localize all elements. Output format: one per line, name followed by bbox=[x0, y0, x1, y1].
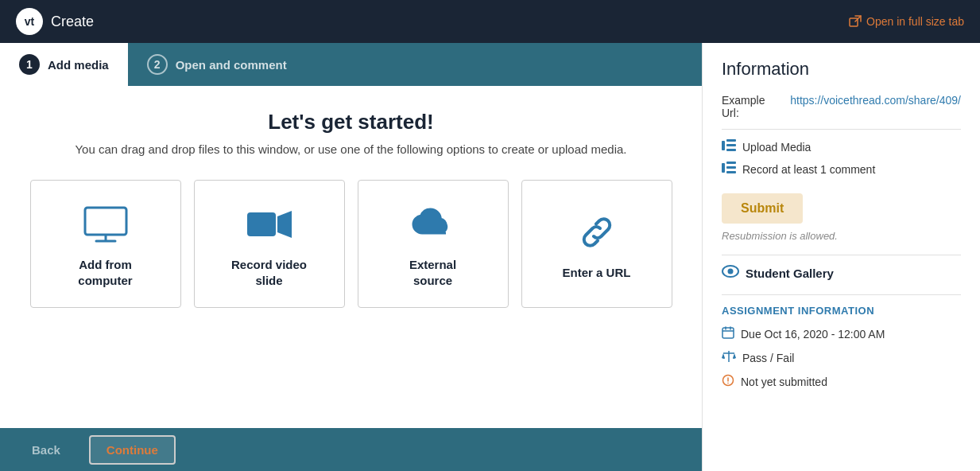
step-tabs: 1 Add media 2 Open and comment bbox=[0, 43, 702, 86]
resubmit-note: Resubmission is allowed. bbox=[722, 230, 961, 242]
step-number-2: 2 bbox=[147, 54, 168, 75]
open-full-size-tab-link[interactable]: Open in full size tab bbox=[849, 15, 964, 28]
divider-3 bbox=[722, 294, 961, 295]
submit-status-text: Not yet submitted bbox=[741, 376, 827, 388]
record-video-label: Record videoslide bbox=[231, 257, 307, 288]
back-button[interactable]: Back bbox=[19, 437, 73, 463]
upload-options: Add fromcomputer Record videoslide bbox=[30, 180, 672, 308]
bottom-bar: Back Continue bbox=[0, 428, 702, 471]
checklist-label-comment: Record at least 1 comment bbox=[742, 163, 875, 176]
checklist-icon-1 bbox=[722, 139, 736, 155]
svg-point-15 bbox=[728, 269, 734, 274]
scale-icon bbox=[722, 350, 736, 366]
logo-area: vt Create bbox=[16, 8, 94, 35]
vt-logo: vt bbox=[16, 8, 43, 35]
calendar-icon bbox=[722, 326, 734, 342]
example-url-link[interactable]: https://voicethread.com/share/409/ bbox=[790, 94, 961, 107]
enter-url-card[interactable]: Enter a URL bbox=[521, 180, 672, 308]
link-icon bbox=[573, 212, 621, 252]
eye-icon bbox=[722, 265, 739, 282]
svg-rect-11 bbox=[726, 162, 736, 164]
assignment-submit-status: Not yet submitted bbox=[722, 374, 961, 390]
add-from-computer-label: Add fromcomputer bbox=[78, 257, 132, 288]
example-url-label: Example Url: bbox=[722, 94, 784, 119]
add-from-computer-card[interactable]: Add fromcomputer bbox=[30, 180, 181, 308]
svg-rect-10 bbox=[722, 163, 725, 173]
due-date-text: Due Oct 16, 2020 - 12:00 AM bbox=[741, 328, 885, 341]
divider-2 bbox=[722, 255, 961, 255]
video-camera-icon bbox=[246, 204, 293, 244]
cloud-icon bbox=[409, 204, 457, 244]
right-sidebar: Information Example Url: https://voiceth… bbox=[702, 43, 980, 471]
content-area: Let's get started! You can drag and drop… bbox=[0, 86, 702, 428]
tab-open-comment[interactable]: 2 Open and comment bbox=[128, 43, 306, 86]
checklist-item-upload: Upload Media bbox=[722, 139, 961, 155]
external-source-label: Externalsource bbox=[409, 257, 456, 288]
step-number-1: 1 bbox=[19, 54, 40, 75]
tab-add-media[interactable]: 1 Add media bbox=[0, 43, 128, 86]
status-icon bbox=[722, 374, 734, 390]
open-full-label: Open in full size tab bbox=[866, 15, 964, 28]
continue-button[interactable]: Continue bbox=[89, 435, 176, 465]
svg-rect-7 bbox=[726, 139, 736, 142]
external-source-card[interactable]: Externalsource bbox=[358, 180, 509, 308]
assignment-grade-type: Pass / Fail bbox=[722, 350, 961, 366]
svg-rect-4 bbox=[247, 212, 276, 236]
info-title: Information bbox=[722, 59, 961, 80]
svg-marker-5 bbox=[277, 211, 292, 238]
checklist-label-upload: Upload Media bbox=[742, 141, 811, 154]
svg-rect-12 bbox=[726, 166, 736, 169]
svg-rect-1 bbox=[85, 208, 126, 235]
step-label-open-comment: Open and comment bbox=[176, 58, 287, 72]
assignment-due-date: Due Oct 16, 2020 - 12:00 AM bbox=[722, 326, 961, 342]
checklist-item-comment: Record at least 1 comment bbox=[722, 162, 961, 177]
svg-rect-13 bbox=[726, 171, 736, 173]
svg-rect-6 bbox=[722, 141, 725, 150]
main-layout: 1 Add media 2 Open and comment Let's get… bbox=[0, 43, 980, 471]
page-title: Let's get started! bbox=[268, 110, 433, 134]
svg-point-24 bbox=[727, 383, 729, 384]
example-url-row: Example Url: https://voicethread.com/sha… bbox=[722, 94, 961, 119]
divider-1 bbox=[722, 129, 961, 130]
external-link-icon bbox=[849, 15, 862, 28]
left-panel: 1 Add media 2 Open and comment Let's get… bbox=[0, 43, 702, 471]
student-gallery-row: Student Gallery bbox=[722, 265, 961, 282]
assignment-info-title: ASSIGNMENT INFORMATION bbox=[722, 305, 961, 317]
step-label-add-media: Add media bbox=[48, 58, 109, 72]
submit-button[interactable]: Submit bbox=[722, 193, 803, 224]
svg-rect-9 bbox=[726, 149, 736, 151]
record-video-card[interactable]: Record videoslide bbox=[194, 180, 345, 308]
svg-rect-8 bbox=[726, 144, 736, 146]
svg-rect-16 bbox=[722, 328, 734, 338]
checklist-icon-2 bbox=[722, 162, 736, 177]
grade-type-text: Pass / Fail bbox=[742, 352, 794, 364]
monitor-icon bbox=[82, 204, 130, 244]
student-gallery-label: Student Gallery bbox=[746, 267, 834, 280]
app-title: Create bbox=[51, 14, 94, 30]
top-navigation: vt Create Open in full size tab bbox=[0, 0, 980, 43]
page-subtitle: You can drag and drop files to this wind… bbox=[75, 142, 626, 156]
enter-url-label: Enter a URL bbox=[563, 265, 631, 281]
